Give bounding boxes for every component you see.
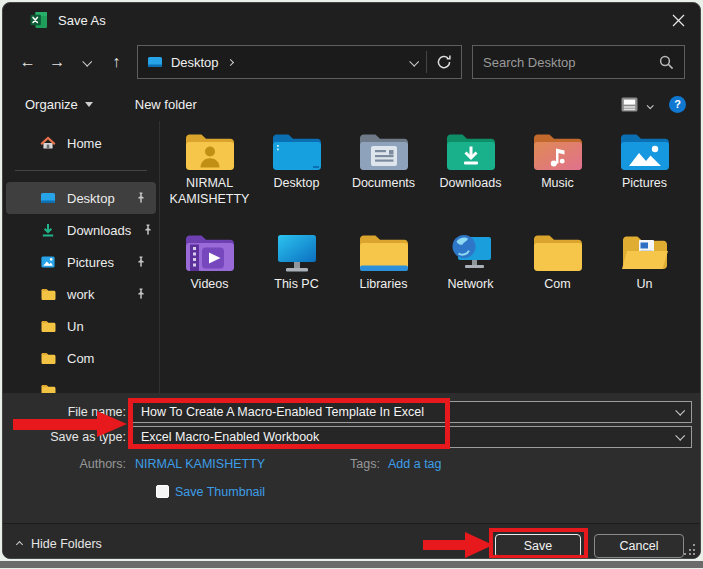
network-icon <box>445 230 497 274</box>
folder-icon <box>532 230 584 274</box>
organize-label: Organize <box>25 97 78 112</box>
location-monitor-icon <box>147 55 163 70</box>
folder-icon <box>40 382 56 393</box>
file-label: Libraries <box>360 277 408 293</box>
forward-button[interactable]: → <box>42 47 71 77</box>
file-label: NIRMAL KAMISHETTY <box>170 176 250 207</box>
navigation-bar: ← → ↑ Desktop <box>3 39 700 85</box>
sidebar-item-com[interactable]: Com <box>6 342 156 374</box>
desktop-folder-icon <box>271 129 323 173</box>
sidebar-item-label: Desktop <box>67 191 115 206</box>
back-button[interactable]: ← <box>13 47 42 77</box>
view-mode-dropdown[interactable] <box>647 95 652 113</box>
search-box <box>472 45 685 79</box>
dropdown-arrow-icon <box>85 102 93 107</box>
picture-icon <box>40 254 56 270</box>
save-form: File name: Save as type: Authors: NIRMAL… <box>3 393 700 523</box>
sidebar-item-label: Com <box>67 351 94 366</box>
save-button[interactable]: Save <box>495 534 581 558</box>
hide-folders-label: Hide Folders <box>31 537 102 551</box>
sidebar-item-downloads[interactable]: Downloads <box>6 214 156 246</box>
save-type-field <box>132 426 692 448</box>
refresh-icon <box>436 54 452 70</box>
dialog-footer: Hide Folders Save Cancel <box>3 523 700 558</box>
add-tag-link[interactable]: Add a tag <box>388 457 442 471</box>
file-list: NIRMAL KAMISHETTY Desktop <box>166 127 688 329</box>
sidebar-item-label: Downloads <box>67 223 131 238</box>
music-folder-icon <box>532 129 584 173</box>
excel-app-icon <box>30 11 48 29</box>
sidebar-item-work[interactable]: work <box>6 278 156 310</box>
sidebar-item-desktop[interactable]: Desktop <box>6 182 156 214</box>
help-button[interactable]: ? <box>669 96 686 113</box>
recent-locations-button[interactable] <box>72 47 101 77</box>
cancel-button[interactable]: Cancel <box>594 534 684 558</box>
file-label: Un <box>637 277 653 293</box>
file-label: Pictures <box>622 176 667 192</box>
chevron-right-icon[interactable] <box>227 58 234 65</box>
save-type-label: Save as type: <box>3 426 126 448</box>
sidebar-item-label: Pictures <box>67 255 114 270</box>
grid-item-downloads[interactable]: Downloads <box>427 127 514 228</box>
search-icon[interactable] <box>659 55 674 70</box>
save-thumbnail-checkbox[interactable] <box>156 485 169 498</box>
file-label: Network <box>448 277 494 293</box>
grid-item-libraries[interactable]: Libraries <box>340 228 427 329</box>
close-button[interactable] <box>656 3 700 37</box>
breadcrumb-location[interactable]: Desktop <box>171 55 219 70</box>
sidebar-item-home[interactable]: Home <box>6 127 156 159</box>
command-bar: Organize New folder ? <box>3 87 700 121</box>
grid-item-pictures[interactable]: Pictures <box>601 127 688 228</box>
authors-label: Authors: <box>3 457 126 471</box>
grid-item-documents[interactable]: Documents <box>340 127 427 228</box>
hide-folders-button[interactable]: Hide Folders <box>17 537 102 551</box>
home-icon <box>40 135 56 151</box>
sidebar-item-label: Un <box>67 319 84 334</box>
file-label: Videos <box>191 277 229 293</box>
address-dropdown-icon[interactable] <box>409 56 419 66</box>
grid-item-videos[interactable]: Videos <box>166 228 253 329</box>
grid-item-un[interactable]: Un <box>601 228 688 329</box>
organize-button[interactable]: Organize <box>25 97 93 112</box>
monitor-icon <box>271 230 323 274</box>
grid-item-music[interactable]: Music <box>514 127 601 228</box>
libraries-folder-icon <box>358 230 410 274</box>
up-button[interactable]: ↑ <box>101 47 130 77</box>
videos-folder-icon <box>184 230 236 274</box>
pin-icon <box>135 255 147 269</box>
sidebar-item-un[interactable]: Un <box>6 310 156 342</box>
view-mode-icon <box>621 97 638 112</box>
documents-folder-icon <box>358 129 410 173</box>
chevron-down-icon <box>647 102 654 109</box>
sidebar-item-label: work <box>67 287 94 302</box>
file-label: Com <box>544 277 570 293</box>
grid-item-this-pc[interactable]: This PC <box>253 228 340 329</box>
dialog-title: Save As <box>58 13 106 28</box>
new-folder-button[interactable]: New folder <box>135 97 197 112</box>
grid-item-desktop[interactable]: Desktop <box>253 127 340 228</box>
new-folder-label: New folder <box>135 97 197 112</box>
sidebar-item-partial[interactable] <box>6 374 156 393</box>
file-name-input[interactable] <box>132 401 692 423</box>
refresh-button[interactable] <box>436 54 452 70</box>
address-bar[interactable]: Desktop <box>137 45 462 79</box>
file-label: Desktop <box>274 176 320 192</box>
grid-item-com[interactable]: Com <box>514 228 601 329</box>
grid-item-user-folder[interactable]: NIRMAL KAMISHETTY <box>166 127 253 228</box>
download-icon <box>40 222 56 238</box>
divider <box>426 51 427 73</box>
close-icon <box>672 14 685 27</box>
save-type-input[interactable] <box>132 426 692 448</box>
sidebar-item-pictures[interactable]: Pictures <box>6 246 156 278</box>
resize-grip-icon[interactable] <box>684 544 695 555</box>
file-label: Music <box>541 176 574 192</box>
view-mode-button[interactable] <box>621 97 638 112</box>
save-thumbnail-label[interactable]: Save Thumbnail <box>175 485 265 499</box>
search-input[interactable] <box>483 55 659 70</box>
downloads-folder-icon <box>445 129 497 173</box>
grid-item-network[interactable]: Network <box>427 228 514 329</box>
dialog-body: Home Desktop <box>3 121 700 393</box>
navigation-pane: Home Desktop <box>3 121 160 393</box>
file-label: This PC <box>274 277 318 293</box>
authors-value[interactable]: NIRMAL KAMISHETTY <box>135 457 265 471</box>
